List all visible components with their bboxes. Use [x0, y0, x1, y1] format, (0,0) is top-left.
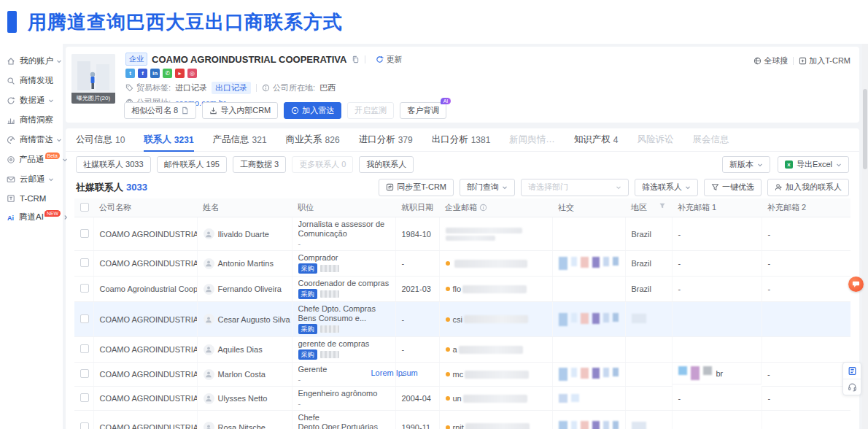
filter-chip-social-contacts[interactable]: 社媒联系人 3033: [76, 156, 151, 173]
add-radar-button[interactable]: 加入雷达: [284, 102, 341, 119]
facebook-icon[interactable]: f: [138, 69, 147, 78]
company-name-cell: COAMO AGROINDUSTRIAL COOPERAT...: [93, 363, 197, 387]
instagram-icon[interactable]: ◎: [187, 69, 197, 78]
chevron-down-icon: [48, 177, 54, 182]
export-excel-button[interactable]: x 导出Excel: [778, 156, 849, 173]
tab-contacts[interactable]: 联系人3231: [144, 128, 193, 152]
column-header-label: 企业邮箱: [445, 203, 477, 212]
dept-query-button[interactable]: 部门查询: [460, 179, 515, 196]
version-select[interactable]: 新版本: [722, 156, 770, 173]
filter-funnel-icon[interactable]: [659, 202, 666, 211]
add-square-icon: [799, 57, 807, 65]
extra-email-2-cell: -: [762, 251, 850, 277]
row-checkbox[interactable]: [80, 369, 89, 378]
table-section-header: 社媒联系人3033 同步至T-CRM 部门查询 请选择部门: [66, 177, 859, 198]
column-header-label: 姓名: [203, 203, 219, 212]
add-my-contacts-button[interactable]: 加入我的联系人: [767, 179, 849, 196]
company-photo[interactable]: 曝光图片(20): [71, 54, 115, 104]
similar-company-button[interactable]: 相似公司名 8: [124, 102, 196, 119]
row-checkbox[interactable]: [80, 258, 89, 267]
email-prefix: un: [453, 394, 462, 403]
extra-email-2-cell: [762, 337, 850, 363]
row-checkbox[interactable]: [80, 229, 89, 238]
column-header: 企业邮箱: [439, 198, 552, 217]
tab-count: 1381: [471, 135, 491, 145]
trade-label-export[interactable]: 出口记录: [212, 82, 251, 94]
filter-chip-email-contacts[interactable]: 邮件联系人 195: [157, 156, 227, 173]
trade-label-import[interactable]: 进口记录: [175, 82, 207, 93]
chevron-down-icon: [836, 162, 842, 168]
table-row: COAMO AGROINDUSTRIAL COOPERAT...Ilivaldo…: [74, 217, 850, 251]
sidebar-item-my-account[interactable]: 我的账户: [0, 51, 63, 71]
extra-email-2-cell: -: [762, 277, 850, 302]
row-checkbox[interactable]: [80, 422, 89, 429]
customer-background-button[interactable]: 客户背调 AI: [400, 102, 446, 119]
position-sub: 采购: [298, 349, 390, 360]
scrollbar-track[interactable]: [862, 44, 868, 429]
region-cell: Brazil: [625, 277, 672, 302]
column-header: 社交: [552, 198, 625, 217]
column-header: 公司名称: [93, 198, 197, 217]
row-select-cell: [74, 302, 93, 337]
row-checkbox[interactable]: [80, 393, 89, 402]
refresh-label[interactable]: 更新: [386, 54, 402, 65]
blurred-region: [632, 422, 646, 429]
company-info: 企业 COAMO AGROINDUSTRIAL COOPERATIVA 更新 t…: [125, 53, 852, 108]
row-checkbox[interactable]: [80, 344, 89, 353]
sidebar-item-t-crm[interactable]: T-CRM: [0, 189, 63, 207]
tab-company-info[interactable]: 公司信息10: [76, 128, 125, 152]
tab-import-analysis[interactable]: 进口分析379: [359, 128, 413, 152]
table-row: COAMO AGROINDUSTRIAL COOPERAT...Cesar Au…: [74, 302, 850, 337]
whatsapp-icon[interactable]: ✆: [163, 69, 172, 78]
sidebar-item-data-link[interactable]: 数据通: [0, 90, 63, 110]
filter-chip-my-contacts[interactable]: 我的联系人: [359, 156, 414, 173]
globe-search-icon: [753, 57, 762, 65]
column-header-label: 公司名称: [99, 203, 131, 212]
column-header-label: 职位: [298, 203, 314, 212]
scrollbar-thumb[interactable]: [863, 89, 867, 169]
sidebar-item-biz-discover[interactable]: 商情发现: [0, 71, 63, 90]
global-search-button[interactable]: 全球搜: [753, 55, 788, 66]
tab-relations[interactable]: 商业关系826: [286, 128, 340, 152]
row-select-cell: [74, 363, 93, 387]
company-name-cell: COAMO AGROINDUSTRIAL COOPERAT...: [93, 217, 197, 251]
linkedin-icon[interactable]: in: [150, 69, 160, 78]
one-click-select-button[interactable]: 一键优选: [704, 179, 762, 196]
page: 用腾道查询巴西大豆出口商联系方式 我的账户商情发现数据通商情洞察商情雷达产品通B…: [0, 0, 868, 429]
extra-email-1-cell: [672, 337, 762, 363]
twitter-icon[interactable]: t: [125, 69, 135, 78]
add-tcrm-button[interactable]: 加入T-CRM: [799, 55, 850, 66]
youtube-icon[interactable]: ▸: [175, 69, 185, 78]
sidebar-item-cloud-mail[interactable]: 云邮通: [0, 169, 63, 189]
row-checkbox[interactable]: [80, 314, 89, 323]
dept-tag: 采购: [298, 263, 317, 274]
chart-icon: [7, 115, 16, 125]
sidebar-item-product-link[interactable]: 产品通Beta: [0, 150, 63, 169]
dept-select[interactable]: 请选择部门: [521, 179, 629, 196]
copy-icon[interactable]: [352, 55, 360, 63]
email-status-dot: [446, 347, 450, 352]
floating-chat-button[interactable]: [848, 277, 864, 292]
company-name-cell: COAMO AGROINDUSTRIAL COOPERAT...: [93, 302, 197, 337]
feedback-button[interactable]: [843, 363, 861, 379]
tab-products[interactable]: 产品信息321: [213, 128, 267, 152]
sidebar-item-tendata-ai[interactable]: Ai腾道AINEW: [0, 207, 63, 227]
row-checkbox[interactable]: [80, 284, 89, 293]
social-cell: [552, 217, 625, 251]
company-name-cell: COAMO AGROINDUSTRIAL COOPERAT...: [93, 251, 197, 277]
customer-service-button[interactable]: [843, 379, 861, 395]
sync-tcrm-button[interactable]: 同步至T-CRM: [379, 179, 454, 196]
blurred-social-icons: [559, 421, 619, 429]
sidebar-item-biz-radar[interactable]: 商情雷达: [0, 130, 63, 150]
filter-contacts-button[interactable]: 筛选联系人: [635, 179, 698, 196]
blurred-social-icons: [559, 394, 619, 403]
sidebar-item-biz-insight[interactable]: 商情洞察: [0, 110, 63, 130]
refresh-icon[interactable]: [376, 55, 384, 63]
import-crm-button[interactable]: 导入内部CRM: [202, 102, 278, 119]
tab-export-analysis[interactable]: 出口分析1381: [432, 128, 491, 152]
divider: [256, 84, 257, 92]
tab-ip[interactable]: 知识产权4: [574, 128, 619, 152]
filter-chip-business-data[interactable]: 工商数据 3: [233, 156, 286, 173]
contact-name-cell: Cesar Augusto Silva: [197, 302, 292, 337]
select-all-checkbox[interactable]: [80, 203, 89, 212]
